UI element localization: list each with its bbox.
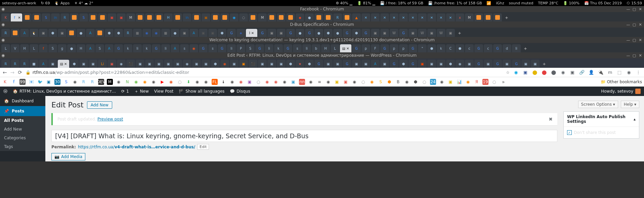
bookmark[interactable]: 99 [19, 79, 26, 85]
tab[interactable]: c [484, 44, 492, 52]
bookmark[interactable]: ◉ [282, 79, 288, 85]
tab[interactable]: ▣ [89, 60, 97, 68]
tab[interactable]: ✕ [371, 13, 380, 21]
tab[interactable] [89, 13, 97, 21]
tab[interactable]: ⬢ [399, 60, 408, 68]
sidebar-sub-categories[interactable]: Categories [0, 134, 45, 142]
maximize-button[interactable]: ▢ [632, 53, 637, 58]
tab[interactable]: S [79, 13, 88, 21]
new-tab-button[interactable]: ＋ [521, 45, 529, 52]
extension-icon[interactable]: ▣ [522, 69, 528, 76]
tab[interactable]: ✕ [418, 13, 427, 21]
tab[interactable]: R [60, 13, 69, 21]
bookmark[interactable]: Я [474, 79, 480, 85]
wp-languages[interactable]: 🏴Show all languages [179, 89, 224, 94]
sidebar-sub-addnew[interactable]: Add New [0, 125, 45, 134]
screen-options-button[interactable]: Screen Options ▾ [578, 101, 618, 108]
bookmark[interactable]: 📧 [28, 79, 34, 85]
bookmark[interactable]: FL [212, 79, 218, 85]
bookmark[interactable]: ≡ [316, 79, 323, 85]
tab[interactable] [192, 13, 201, 21]
preview-post-link[interactable]: Preview post [97, 117, 123, 121]
tab[interactable]: ▣ [108, 60, 116, 68]
tab[interactable]: ▣ [333, 60, 342, 68]
bookmark[interactable]: N [124, 79, 130, 85]
tab[interactable]: ▣ [503, 60, 511, 68]
tab[interactable]: G [493, 44, 502, 52]
tab[interactable]: ▣ [39, 29, 48, 37]
tab[interactable]: ▣ [58, 29, 67, 37]
help-button[interactable]: Help ▾ [621, 101, 639, 108]
tab[interactable]: ▣ [446, 29, 455, 37]
tab[interactable]: ✕ [437, 13, 445, 21]
tab[interactable]: ▦ [161, 29, 170, 37]
tab[interactable] [67, 29, 76, 37]
tab[interactable]: ▣ [277, 29, 286, 37]
forward-button[interactable]: → [10, 69, 15, 76]
sidebar-sub-tags[interactable]: Tags [0, 142, 45, 151]
tab[interactable] [343, 13, 351, 21]
tab[interactable]: C [446, 44, 455, 52]
extension-icon[interactable]: ▣ [569, 69, 575, 76]
tab[interactable]: ⬢ [70, 60, 79, 68]
close-button[interactable]: ✕ [638, 22, 643, 27]
bookmark[interactable]: ⬢ [386, 79, 392, 85]
tab[interactable] [23, 13, 32, 21]
close-icon[interactable]: ✕ [346, 47, 349, 50]
tab[interactable]: g [58, 44, 67, 52]
tab[interactable]: G [399, 29, 408, 37]
tab[interactable]: ⬢ [324, 29, 333, 37]
bookmark[interactable]: ◉ [308, 79, 314, 85]
tab[interactable]: ▣ [79, 60, 88, 68]
bookmark[interactable]: M [107, 79, 113, 85]
tab[interactable]: A [39, 60, 48, 68]
tab[interactable]: A [371, 60, 380, 68]
tab[interactable] [70, 13, 79, 21]
tab[interactable]: R [1, 29, 10, 37]
bookmark[interactable]: ◌ [360, 79, 366, 85]
tab[interactable]: li [512, 44, 521, 52]
tab[interactable]: ✕ [361, 13, 370, 21]
tab[interactable]: G [343, 29, 351, 37]
tab[interactable] [474, 13, 483, 21]
tab[interactable]: ▣ [531, 60, 540, 68]
tab[interactable]: ✕ [427, 13, 436, 21]
maximize-button[interactable]: ▢ [632, 38, 637, 42]
tab[interactable]: A [20, 29, 29, 37]
tab[interactable]: s [293, 44, 302, 52]
tab[interactable]: ▣ [239, 60, 248, 68]
tab[interactable]: P [237, 44, 245, 52]
tab[interactable]: ▣ [361, 60, 370, 68]
tab[interactable]: p [361, 44, 370, 52]
extension-icon[interactable]: ⬚ [616, 69, 622, 76]
back-button[interactable]: ← [3, 69, 7, 76]
tab[interactable]: ⬛ [126, 60, 135, 68]
tab[interactable]: f [39, 44, 48, 52]
bookmark[interactable]: 19 [482, 79, 488, 85]
bookmark[interactable]: B [395, 79, 401, 85]
tab[interactable]: R [20, 60, 29, 68]
tab[interactable]: M [258, 13, 267, 21]
tab[interactable]: G [409, 44, 417, 52]
tab[interactable]: ⬢ [114, 29, 123, 37]
tab[interactable]: li [133, 44, 142, 52]
tab[interactable]: R [124, 29, 132, 37]
tab[interactable]: ▣ [380, 29, 389, 37]
tab[interactable]: G [352, 44, 361, 52]
tab[interactable] [32, 13, 41, 21]
tab[interactable]: G [218, 44, 226, 52]
sidebar-item-dashboard[interactable]: 🏠 Dashboard [0, 96, 45, 106]
wp-logo[interactable]: ⓦ [3, 89, 7, 94]
tab[interactable]: s [208, 44, 217, 52]
address-bar[interactable]: 🔒 rtfm.co.ua/wp-admin/post.php?post=2286… [26, 70, 503, 75]
tab[interactable]: ◉ [189, 44, 198, 52]
extension-icon[interactable]: ◉ [560, 69, 566, 76]
new-tab-button[interactable]: ＋ [503, 14, 511, 21]
updates-indicator[interactable]: ↻ 69 [41, 1, 50, 5]
new-tab-button[interactable]: ＋ [456, 30, 464, 37]
tab[interactable] [95, 29, 104, 37]
toggle-icon[interactable]: ▴ [634, 117, 636, 121]
tab[interactable]: W [390, 29, 398, 37]
tab[interactable] [98, 13, 107, 21]
tab[interactable]: M [126, 13, 135, 21]
